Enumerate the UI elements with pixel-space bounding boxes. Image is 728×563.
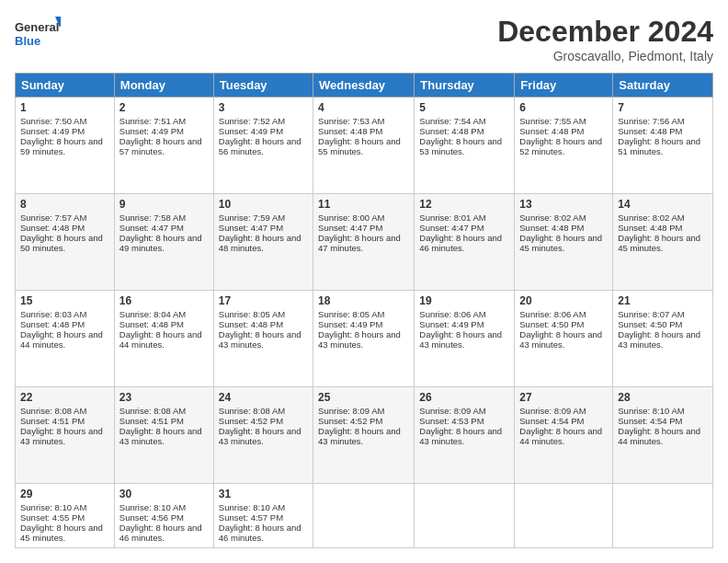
table-cell: 10 Sunrise: 7:59 AM Sunset: 4:47 PM Dayl… [213,194,313,291]
table-cell: 26 Sunrise: 8:09 AM Sunset: 4:53 PM Dayl… [415,387,515,484]
sunset-text: Sunset: 4:49 PM [419,319,483,329]
table-cell: 1 Sunrise: 7:50 AM Sunset: 4:49 PM Dayli… [16,98,115,194]
day-number: 20 [519,294,608,307]
day-number: 21 [618,294,708,307]
day-number: 7 [618,101,708,114]
sunrise-text: Sunrise: 8:09 AM [519,406,586,416]
table-cell [415,484,515,548]
sunset-text: Sunset: 4:49 PM [219,126,283,136]
table-cell: 22 Sunrise: 8:08 AM Sunset: 4:51 PM Dayl… [16,387,115,484]
daylight-text: Daylight: 8 hours and 45 minutes. [618,233,700,253]
sunrise-text: Sunrise: 8:02 AM [618,213,684,223]
table-cell: 7 Sunrise: 7:56 AM Sunset: 4:48 PM Dayli… [613,98,713,194]
svg-text:General: General [15,20,59,34]
sunrise-text: Sunrise: 8:00 AM [318,213,384,223]
table-cell: 24 Sunrise: 8:08 AM Sunset: 4:52 PM Dayl… [213,387,313,484]
daylight-text: Daylight: 8 hours and 43 minutes. [419,426,502,446]
sunset-text: Sunset: 4:48 PM [119,319,184,329]
day-number: 14 [618,198,708,211]
sunrise-text: Sunrise: 8:10 AM [119,502,186,512]
sunset-text: Sunset: 4:48 PM [419,126,483,136]
table-cell: 4 Sunrise: 7:53 AM Sunset: 4:48 PM Dayli… [313,98,415,194]
daylight-text: Daylight: 8 hours and 45 minutes. [20,523,103,543]
day-number: 12 [419,198,509,211]
table-cell: 5 Sunrise: 7:54 AM Sunset: 4:48 PM Dayli… [415,98,515,194]
day-number: 27 [519,391,608,404]
daylight-text: Daylight: 8 hours and 56 minutes. [219,136,301,156]
sunset-text: Sunset: 4:50 PM [519,319,584,329]
sunset-text: Sunset: 4:51 PM [119,416,184,426]
sunrise-text: Sunrise: 8:02 AM [519,213,586,223]
sunrise-text: Sunrise: 8:10 AM [219,502,285,512]
daylight-text: Daylight: 8 hours and 47 minutes. [318,233,401,253]
sunrise-text: Sunrise: 8:09 AM [419,406,485,416]
sunrise-text: Sunrise: 7:51 AM [119,116,186,126]
sunrise-text: Sunrise: 8:09 AM [318,406,384,416]
day-number: 29 [20,488,109,500]
sunrise-text: Sunrise: 8:07 AM [618,309,684,319]
sunset-text: Sunset: 4:48 PM [318,126,382,136]
sunrise-text: Sunrise: 8:06 AM [419,309,485,319]
sunset-text: Sunset: 4:47 PM [419,223,483,233]
sunset-text: Sunset: 4:48 PM [20,319,85,329]
day-number: 24 [219,391,308,404]
daylight-text: Daylight: 8 hours and 45 minutes. [519,233,602,253]
logo: General Blue [15,15,61,56]
day-number: 31 [219,488,308,500]
table-cell: 8 Sunrise: 7:57 AM Sunset: 4:48 PM Dayli… [16,194,115,291]
table-cell: 14 Sunrise: 8:02 AM Sunset: 4:48 PM Dayl… [613,194,713,291]
day-number: 6 [519,101,608,114]
sunrise-text: Sunrise: 7:53 AM [318,116,384,126]
day-number: 2 [119,101,209,114]
col-thursday: Thursday [415,74,515,98]
table-cell: 25 Sunrise: 8:09 AM Sunset: 4:52 PM Dayl… [313,387,415,484]
daylight-text: Daylight: 8 hours and 43 minutes. [419,329,502,350]
day-number: 18 [318,294,409,307]
table-cell: 29 Sunrise: 8:10 AM Sunset: 4:55 PM Dayl… [16,484,115,548]
sunrise-text: Sunrise: 7:59 AM [219,213,285,223]
col-wednesday: Wednesday [313,74,415,98]
day-number: 1 [20,101,109,114]
table-cell: 3 Sunrise: 7:52 AM Sunset: 4:49 PM Dayli… [213,98,313,194]
sunset-text: Sunset: 4:50 PM [618,319,682,329]
daylight-text: Daylight: 8 hours and 43 minutes. [318,329,401,350]
col-saturday: Saturday [613,74,713,98]
sunrise-text: Sunrise: 7:54 AM [419,116,485,126]
daylight-text: Daylight: 8 hours and 46 minutes. [419,233,502,253]
daylight-text: Daylight: 8 hours and 55 minutes. [318,136,401,156]
sunrise-text: Sunrise: 8:08 AM [219,406,285,416]
sunrise-text: Sunrise: 7:56 AM [618,116,684,126]
day-number: 13 [519,198,608,211]
sunset-text: Sunset: 4:52 PM [318,416,382,426]
sunset-text: Sunset: 4:47 PM [318,223,382,233]
svg-text:Blue: Blue [15,34,40,48]
day-number: 5 [419,101,509,114]
sunrise-text: Sunrise: 8:10 AM [618,406,684,416]
sunrise-text: Sunrise: 7:58 AM [119,213,186,223]
day-number: 17 [219,294,308,307]
day-number: 30 [119,488,209,500]
day-number: 23 [119,391,209,404]
daylight-text: Daylight: 8 hours and 49 minutes. [119,233,202,253]
sunrise-text: Sunrise: 8:01 AM [419,213,485,223]
daylight-text: Daylight: 8 hours and 51 minutes. [618,136,700,156]
day-number: 22 [20,391,109,404]
daylight-text: Daylight: 8 hours and 50 minutes. [20,233,103,253]
sunrise-text: Sunrise: 7:55 AM [519,116,586,126]
col-tuesday: Tuesday [213,74,313,98]
table-cell: 21 Sunrise: 8:07 AM Sunset: 4:50 PM Dayl… [613,291,713,387]
table-cell [613,484,713,548]
header: General Blue December 2024 Groscavallo, … [15,15,713,63]
sunset-text: Sunset: 4:56 PM [119,512,184,523]
sunset-text: Sunset: 4:55 PM [20,512,85,523]
day-number: 16 [119,294,209,307]
table-cell: 11 Sunrise: 8:00 AM Sunset: 4:47 PM Dayl… [313,194,415,291]
daylight-text: Daylight: 8 hours and 43 minutes. [618,329,700,350]
sunset-text: Sunset: 4:47 PM [119,223,184,233]
day-number: 15 [20,294,109,307]
sunrise-text: Sunrise: 8:10 AM [20,502,86,512]
sunset-text: Sunset: 4:48 PM [20,223,85,233]
daylight-text: Daylight: 8 hours and 43 minutes. [219,426,301,446]
col-sunday: Sunday [16,74,115,98]
sunset-text: Sunset: 4:54 PM [519,416,584,426]
